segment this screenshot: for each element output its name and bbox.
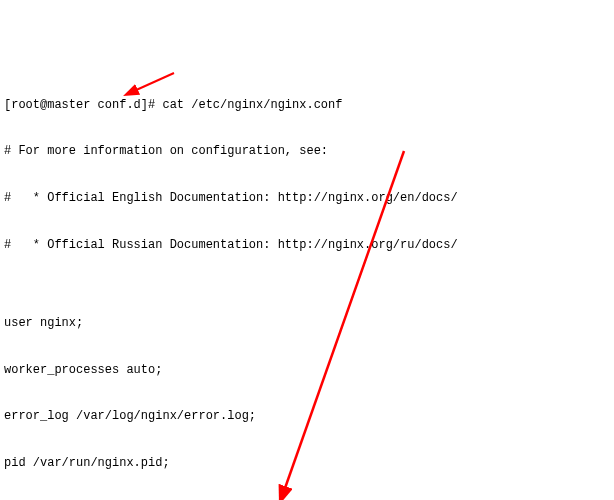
terminal-line: user nginx; [4,316,610,332]
terminal-line: pid /var/run/nginx.pid; [4,456,610,472]
terminal-line: # * Official Russian Documentation: http… [4,238,610,254]
terminal-line: # For more information on configuration,… [4,144,610,160]
terminal-line: error_log /var/log/nginx/error.log; [4,409,610,425]
terminal-line: worker_processes auto; [4,363,610,379]
terminal-line: [root@master conf.d]# cat /etc/nginx/ngi… [4,98,610,114]
terminal-line: # * Official English Documentation: http… [4,191,610,207]
terminal-output: [root@master conf.d]# cat /etc/nginx/ngi… [4,66,610,500]
